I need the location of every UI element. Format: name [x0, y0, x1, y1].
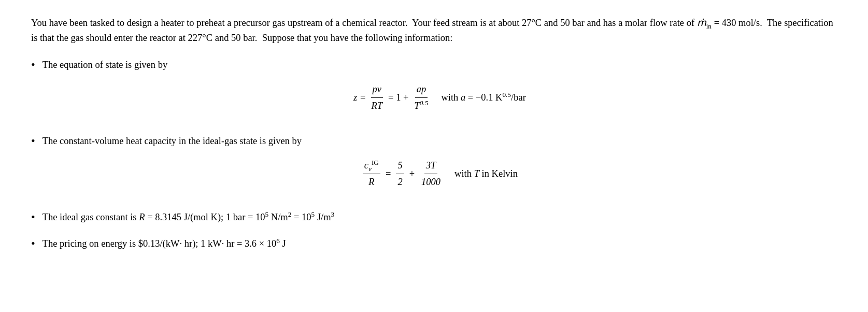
eq-den-rt: RT [370, 98, 385, 114]
bullet2-label: The constant-volume heat capacity in the… [42, 136, 302, 146]
eq-num-pv: pv [371, 82, 383, 98]
eq-num-ap: ap [415, 82, 428, 98]
bullet-list: • The equation of state is given by z = … [31, 58, 837, 251]
eq-z: z [353, 90, 357, 105]
cv-frac: cvIG R [363, 158, 380, 189]
eq-equals2: = 1 + [388, 90, 408, 105]
bullet-item-1: • The equation of state is given by z = … [31, 58, 837, 122]
bullet-item-4: • The pricing on energy is $0.13/(kW· hr… [31, 236, 837, 251]
eq-with1: with a = −0.1 K0.5/bar [441, 90, 525, 105]
bullet-dot-4: • [31, 236, 35, 251]
bullet-dot-3: • [31, 210, 35, 225]
cv-frac-5-2: 5 2 [396, 158, 404, 189]
eq-equals1: = [360, 90, 365, 105]
bullet-item-3: • The ideal gas constant is R = 8.3145 J… [31, 210, 837, 225]
cv-plus: + [409, 166, 415, 181]
eq-den-t: T0.5 [412, 98, 430, 114]
equation-state-row: z = pv RT = 1 + ap T0.5 with a = −0.1 K0… [353, 82, 526, 113]
bullet3-text: The ideal gas constant is R = 8.3145 J/(… [42, 212, 335, 222]
cv-num: cvIG [363, 158, 380, 174]
bullet-dot-2: • [31, 134, 35, 149]
bullet4-text: The pricing on energy is $0.13/(kW· hr);… [42, 238, 286, 249]
bullet-content-2: The constant-volume heat capacity in the… [42, 134, 837, 198]
cv-3t: 3T [424, 158, 438, 174]
intro-paragraph: You have been tasked to design a heater … [31, 16, 837, 45]
bullet-dot-1: • [31, 58, 35, 73]
bullet-item-2: • The constant-volume heat capacity in t… [31, 134, 837, 198]
cv-with-text: with T in Kelvin [454, 166, 518, 181]
cv-5: 5 [396, 158, 404, 174]
cv-1000: 1000 [420, 174, 442, 190]
cv-den: R [367, 174, 376, 190]
cv-row: cvIG R = 5 2 + 3T 1000 with T in Kelvin [362, 158, 518, 189]
cv-2: 2 [396, 174, 404, 190]
eq-frac-pv-rt: pv RT [370, 82, 385, 113]
bullet1-label: The equation of state is given by [42, 60, 167, 70]
bullet-content-4: The pricing on energy is $0.13/(kW· hr);… [42, 236, 837, 251]
bullet-content-1: The equation of state is given by z = pv… [42, 58, 837, 122]
equation-state: z = pv RT = 1 + ap T0.5 with a = −0.1 K0… [42, 82, 837, 113]
equation-cv: cvIG R = 5 2 + 3T 1000 with T in Kelvin [42, 158, 837, 189]
eq-frac-ap-t: ap T0.5 [412, 82, 430, 113]
cv-frac-3t-1000: 3T 1000 [420, 158, 442, 189]
cv-equals: = [386, 166, 391, 181]
bullet-content-3: The ideal gas constant is R = 8.3145 J/(… [42, 210, 837, 225]
